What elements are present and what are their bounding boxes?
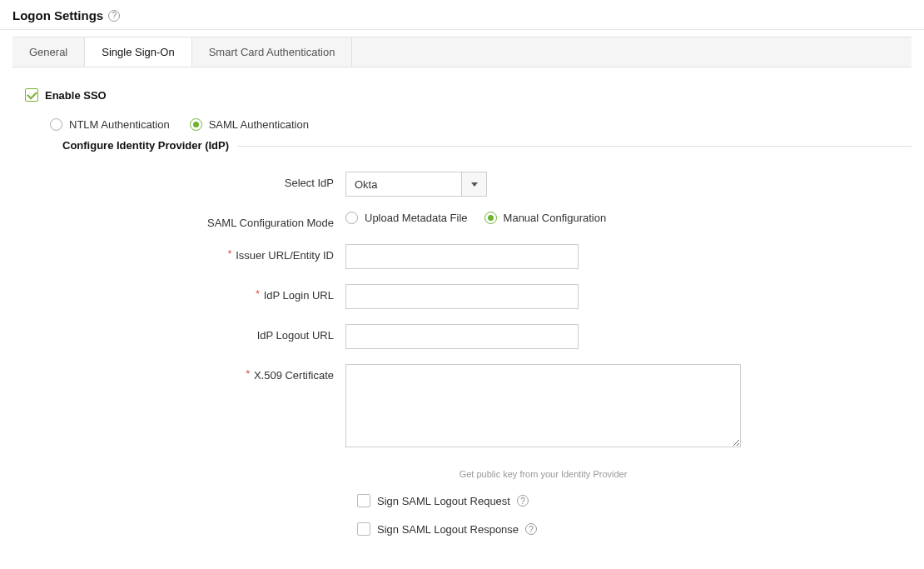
select-idp-value: Okta	[346, 172, 461, 196]
idp-login-url-label: IdP Login URL	[62, 284, 345, 302]
ntlm-auth-radio-group[interactable]: NTLM Authentication	[50, 118, 170, 131]
x509-cert-textarea[interactable]	[345, 364, 741, 447]
sign-logout-response-checkbox[interactable]	[357, 522, 370, 536]
config-mode-label: SAML Configuration Mode	[62, 212, 345, 229]
saml-auth-radio[interactable]	[190, 118, 202, 131]
enable-sso-checkbox[interactable]	[25, 88, 38, 102]
tab-general[interactable]: General	[12, 37, 85, 67]
saml-auth-radio-group[interactable]: SAML Authentication	[190, 118, 309, 131]
idp-fieldset: Configure Identity Provider (IdP) Select…	[62, 146, 912, 536]
tab-bar: General Single Sign-On Smart Card Authen…	[12, 37, 912, 67]
enable-sso-label: Enable SSO	[45, 89, 107, 102]
issuer-url-input[interactable]	[345, 244, 579, 269]
saml-auth-label: SAML Authentication	[209, 118, 309, 131]
x509-cert-label: X.509 Certificate	[62, 364, 345, 382]
help-icon[interactable]: ?	[517, 495, 529, 507]
select-idp-label: Select IdP	[62, 172, 345, 189]
manual-config-radio-group[interactable]: Manual Configuration	[484, 212, 607, 224]
issuer-url-label: Issuer URL/Entity ID	[62, 244, 345, 262]
page-title: Logon Settings	[12, 8, 103, 22]
chevron-down-icon	[461, 172, 486, 196]
select-idp-dropdown[interactable]: Okta	[345, 172, 487, 197]
x509-cert-hint: Get public key from your Identity Provid…	[460, 469, 628, 479]
upload-metadata-radio[interactable]	[345, 212, 358, 224]
upload-metadata-label: Upload Metadata File	[365, 212, 468, 224]
idp-legend: Configure Identity Provider (IdP)	[62, 139, 237, 152]
upload-metadata-radio-group[interactable]: Upload Metadata File	[345, 212, 468, 224]
sign-logout-response-label: Sign SAML Logout Response	[377, 523, 519, 536]
idp-logout-url-label: IdP Logout URL	[62, 324, 345, 342]
manual-config-radio[interactable]	[484, 212, 497, 224]
tab-single-sign-on[interactable]: Single Sign-On	[85, 37, 191, 67]
ntlm-auth-radio[interactable]	[50, 118, 62, 131]
help-icon[interactable]: ?	[108, 10, 120, 22]
manual-config-label: Manual Configuration	[504, 212, 607, 224]
idp-login-url-input[interactable]	[345, 284, 579, 309]
sign-logout-request-label: Sign SAML Logout Request	[377, 495, 510, 507]
idp-logout-url-input[interactable]	[345, 324, 579, 349]
sign-logout-request-checkbox[interactable]	[357, 494, 370, 507]
help-icon[interactable]: ?	[525, 523, 537, 535]
divider	[0, 29, 924, 30]
ntlm-auth-label: NTLM Authentication	[69, 118, 170, 131]
tab-smart-card-auth[interactable]: Smart Card Authentication	[192, 37, 353, 67]
